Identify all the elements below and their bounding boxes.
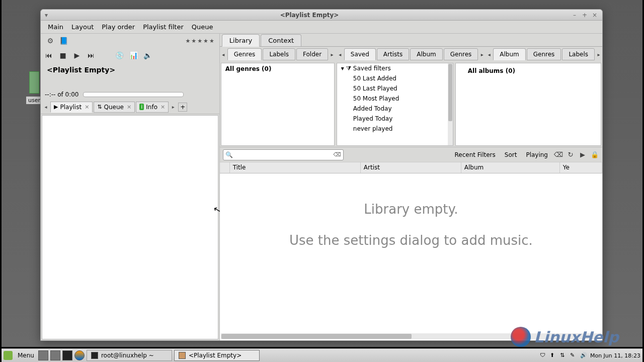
scroll-right-icon[interactable]: ▸	[478, 52, 486, 57]
taskbar[interactable]: Menu root@linuxhelp ~ <Playlist Empty> 🛡…	[2, 348, 642, 362]
tab-library[interactable]: Library	[222, 34, 260, 47]
recent-filters-button[interactable]: Recent Filters	[452, 150, 499, 159]
menu-queue[interactable]: Queue	[188, 22, 217, 32]
tab-queue[interactable]: ⇅ Queue ×	[94, 102, 135, 113]
chevron-down-icon[interactable]: ▾	[341, 65, 344, 72]
column-title[interactable]: Title	[230, 162, 361, 173]
refresh-icon[interactable]: ↻	[566, 151, 575, 158]
mute-icon[interactable]: 🔈	[142, 51, 152, 59]
column-artist[interactable]: Artist	[361, 162, 461, 173]
browser-tab-album[interactable]: Album	[410, 48, 442, 60]
all-genres-header[interactable]: All genres (0)	[221, 63, 334, 74]
window-menu-dropdown-icon[interactable]: ▾	[41, 12, 52, 19]
sort-button[interactable]: Sort	[502, 150, 520, 159]
rating-stars[interactable]: ★ ★ ★ ★ ★	[185, 38, 216, 44]
close-tab-icon[interactable]: ×	[160, 104, 165, 110]
star-icon[interactable]: ★	[209, 38, 214, 44]
filter-played-today[interactable]: Played Today	[337, 114, 453, 124]
play-icon[interactable]: ▶	[578, 151, 587, 158]
menu-main[interactable]: Main	[44, 22, 67, 32]
filter-50-most-played[interactable]: 50 Most Played	[337, 94, 453, 104]
horizontal-scrollbar[interactable]	[221, 333, 601, 339]
terminal-icon[interactable]	[62, 350, 72, 360]
close-tab-icon[interactable]: ×	[85, 104, 89, 110]
filter-50-last-added[interactable]: 50 Last Added	[337, 73, 453, 83]
scrollbar[interactable]	[448, 63, 453, 145]
network-icon[interactable]: ⇅	[560, 352, 567, 359]
files-icon[interactable]	[50, 350, 60, 360]
albums-column[interactable]: All albums (0)	[455, 63, 601, 146]
add-tab-button[interactable]: +	[178, 103, 187, 112]
filter-never-played[interactable]: never played	[337, 124, 453, 134]
menu-play-order[interactable]: Play order	[98, 22, 139, 32]
menu-button[interactable]: Menu	[15, 351, 37, 360]
panel-tab-row: ◂ ▶ Playlist × ⇅ Queue × i Info × ▸ +	[41, 100, 219, 114]
titlebar[interactable]: ▾ <Playlist Empty> – + ×	[41, 10, 602, 21]
tab-playlist[interactable]: ▶ Playlist ×	[50, 102, 93, 113]
play-button[interactable]: ▶	[72, 51, 82, 59]
firefox-icon[interactable]	[74, 350, 85, 360]
star-icon[interactable]: ★	[185, 38, 190, 44]
tab-scroll-left-icon[interactable]: ◂	[42, 104, 50, 110]
equalizer-icon[interactable]: 📊	[128, 51, 138, 59]
tab-info[interactable]: i Info ×	[136, 102, 169, 113]
saved-filters-column[interactable]: ▾ ⧩ Saved filters 50 Last Added 50 Last …	[337, 63, 453, 146]
minimize-button[interactable]: –	[571, 12, 578, 19]
browser-tab-labels[interactable]: Labels	[562, 48, 595, 60]
browser-tab-folder[interactable]: Folder	[296, 48, 328, 60]
tray-icon[interactable]: ⬆	[550, 352, 557, 359]
mint-menu-icon[interactable]	[4, 351, 13, 360]
browser-tab-artists[interactable]: Artists	[377, 48, 409, 60]
star-icon[interactable]: ★	[197, 38, 202, 44]
scroll-left-icon[interactable]: ◂	[486, 52, 493, 57]
saved-filters-header[interactable]: ▾ ⧩ Saved filters	[337, 63, 453, 73]
progress-slider[interactable]	[83, 92, 184, 97]
browser-tab-labels[interactable]: Labels	[263, 48, 295, 60]
clear-search-icon[interactable]: ⌫	[333, 151, 341, 158]
menu-layout[interactable]: Layout	[67, 22, 98, 32]
next-button[interactable]: ⏭	[86, 51, 96, 59]
stop-button[interactable]: ■	[58, 51, 68, 59]
scroll-right-icon[interactable]: ▸	[329, 52, 336, 57]
filter-added-today[interactable]: Added Today	[337, 104, 453, 114]
clear-icon[interactable]: ⌫	[554, 151, 563, 158]
previous-button[interactable]: ⏮	[44, 51, 54, 59]
browser-tab-saved[interactable]: Saved	[344, 48, 376, 60]
star-icon[interactable]: ★	[203, 38, 208, 44]
tab-context[interactable]: Context	[261, 34, 301, 46]
clock[interactable]: Mon Jun 11, 18:23	[590, 352, 640, 359]
menu-playlist-filter[interactable]: Playlist filter	[139, 22, 188, 32]
taskbar-task-terminal[interactable]: root@linuxhelp ~	[87, 350, 172, 361]
column-album[interactable]: Album	[461, 162, 560, 173]
close-button[interactable]: ×	[591, 12, 598, 19]
disc-icon[interactable]: 💿	[114, 51, 124, 59]
browser-tab-genres[interactable]: Genres	[227, 48, 262, 60]
all-albums-header[interactable]: All albums (0)	[456, 63, 601, 78]
scroll-left-icon[interactable]: ◂	[337, 52, 344, 57]
browser-tab-genres[interactable]: Genres	[527, 48, 561, 60]
tray-icon[interactable]: ✎	[570, 352, 577, 359]
star-icon[interactable]: ★	[191, 38, 196, 44]
tab-scroll-right-icon[interactable]: ▸	[169, 104, 177, 110]
lock-icon[interactable]: 🔒	[590, 151, 599, 158]
scroll-right-icon[interactable]: ▸	[595, 52, 602, 57]
playing-button[interactable]: Playing	[523, 150, 551, 159]
desktop-icon[interactable]	[29, 71, 39, 94]
taskbar-task-player[interactable]: <Playlist Empty>	[174, 350, 260, 361]
maximize-button[interactable]: +	[581, 12, 588, 19]
browser-tab-album[interactable]: Album	[493, 48, 525, 60]
search-input[interactable]: 🔍 ⌫	[223, 149, 344, 160]
browser-tab-genres[interactable]: Genres	[444, 48, 478, 60]
column-year[interactable]: Ye	[560, 162, 602, 173]
scroll-left-icon[interactable]: ◂	[220, 52, 227, 57]
filter-50-last-played[interactable]: 50 Last Played	[337, 83, 453, 94]
book-icon[interactable]: 📘	[58, 35, 69, 46]
playlist-area[interactable]: ↖	[42, 115, 218, 339]
volume-icon[interactable]: 🔊	[580, 352, 587, 359]
genres-column[interactable]: All genres (0)	[221, 63, 335, 146]
show-desktop-icon[interactable]	[38, 350, 48, 360]
settings-icon[interactable]: ⚙	[45, 35, 56, 46]
row-handle-column[interactable]	[220, 162, 230, 173]
tray-icon[interactable]: 🛡	[540, 352, 547, 359]
close-tab-icon[interactable]: ×	[127, 104, 131, 110]
